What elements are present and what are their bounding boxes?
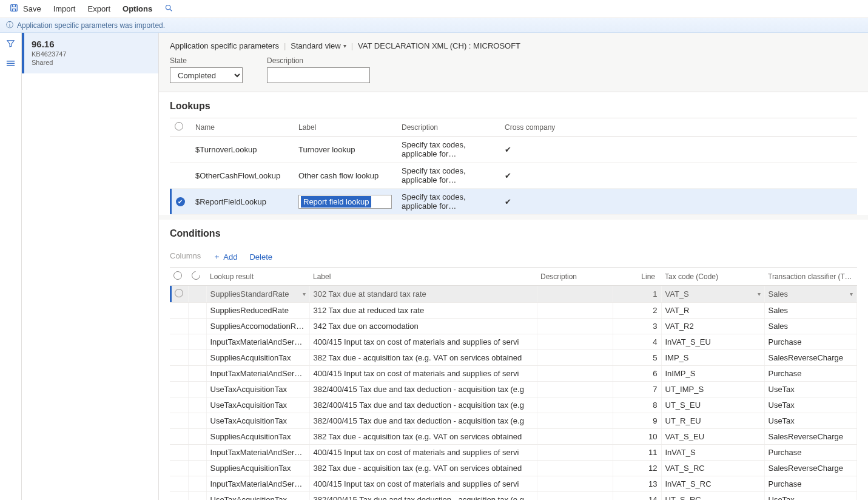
row-selector[interactable] [170, 303, 188, 319]
filter-icon[interactable] [6, 39, 15, 50]
export-button[interactable]: Export [81, 0, 116, 18]
cell-result[interactable]: SuppliesAccomodationRate [206, 319, 309, 334]
cell-label[interactable]: Other cash flow lookup [294, 163, 397, 189]
cell-label[interactable]: Turnover lookup [294, 137, 397, 163]
cell-txclass[interactable]: Purchase [764, 445, 857, 461]
cell-taxcode[interactable]: VAT_R [661, 303, 764, 319]
table-row[interactable]: UseTaxAcquisitionTax382/400/415 Tax due … [170, 397, 857, 413]
col-line[interactable]: Line [613, 268, 661, 286]
table-row[interactable]: $OtherCashFlowLookupOther cash flow look… [170, 163, 857, 189]
cell-txclass[interactable]: Sales [764, 319, 857, 334]
col-taxcode[interactable]: Tax code (Code) [661, 268, 764, 286]
list-icon[interactable] [6, 59, 15, 69]
table-row[interactable]: UseTaxAcquisitionTax382/400/415 Tax due … [170, 382, 857, 397]
row-selector[interactable] [170, 366, 188, 382]
cell-result[interactable]: UseTaxAcquisitionTax [206, 413, 309, 429]
col-txclass[interactable]: Transaction classifier (TransactionCla… [764, 268, 857, 286]
cell-txclass[interactable]: SalesReverseCharge [764, 350, 857, 366]
col-label[interactable]: Label [294, 118, 397, 137]
cell-taxcode[interactable]: IMP_S [661, 350, 764, 366]
table-row[interactable]: InputTaxMaterialAndServices400/415 Input… [170, 476, 857, 492]
cell-result[interactable]: InputTaxMaterialAndServices [206, 366, 309, 382]
row-selector[interactable] [170, 163, 190, 189]
col-desc[interactable]: Description [397, 118, 500, 137]
table-row[interactable]: SuppliesAcquisitionTax382 Tax due - acqu… [170, 350, 857, 366]
cell-txclass[interactable]: UseTax [764, 492, 857, 501]
cell-taxcode[interactable]: InVAT_S_RC [661, 476, 764, 492]
view-selector[interactable]: Standard view ▾ [291, 41, 346, 50]
table-row[interactable]: SuppliesAccomodationRate342 Tax due on a… [170, 319, 857, 334]
cell-result[interactable]: UseTaxAcquisitionTax [206, 492, 309, 501]
cell-txclass[interactable]: UseTax [764, 397, 857, 413]
table-row[interactable]: SuppliesStandardRate▾302 Tax due at stan… [170, 286, 857, 303]
row-selector[interactable] [170, 382, 188, 397]
col-name[interactable]: Name [190, 118, 294, 137]
row-selector[interactable] [170, 319, 188, 334]
row-selector[interactable] [170, 492, 188, 501]
table-row[interactable]: ✔$ReportFieldLookupReport field lookupSp… [170, 189, 857, 215]
table-row[interactable]: SuppliesAcquisitionTax382 Tax due - acqu… [170, 429, 857, 445]
table-row[interactable]: SuppliesReducedRate312 Tax due at reduce… [170, 303, 857, 319]
row-selector[interactable] [170, 334, 188, 350]
row-selector[interactable] [170, 286, 188, 303]
cell-taxcode[interactable]: UT_S_RC [661, 492, 764, 501]
cell-taxcode[interactable]: VAT_S▾ [661, 286, 764, 303]
select-all-header[interactable] [170, 268, 188, 286]
import-button[interactable]: Import [47, 0, 82, 18]
row-selector[interactable] [170, 429, 188, 445]
cell-result[interactable]: InputTaxMaterialAndServices [206, 476, 309, 492]
cell-txclass[interactable]: Sales [764, 303, 857, 319]
refresh-header[interactable] [188, 268, 206, 286]
cell-result[interactable]: UseTaxAcquisitionTax [206, 397, 309, 413]
row-selector[interactable] [170, 397, 188, 413]
cell-taxcode[interactable]: VAT_S_RC [661, 461, 764, 476]
cell-txclass[interactable]: Purchase [764, 366, 857, 382]
select-all-header[interactable] [170, 118, 190, 137]
cell-taxcode[interactable]: InVAT_S [661, 445, 764, 461]
cell-txclass[interactable]: Purchase [764, 476, 857, 492]
cell-taxcode[interactable]: VAT_S_EU [661, 429, 764, 445]
add-button[interactable]: ＋ Add [213, 251, 237, 262]
description-input[interactable] [267, 67, 370, 83]
row-selector[interactable] [170, 413, 188, 429]
table-row[interactable]: $TurnoverLookupTurnover lookupSpecify ta… [170, 137, 857, 163]
cell-result[interactable]: UseTaxAcquisitionTax [206, 382, 309, 397]
col-desc[interactable]: Description [537, 268, 613, 286]
col-label[interactable]: Label [309, 268, 537, 286]
table-row[interactable]: InputTaxMaterialAndServices400/415 Input… [170, 334, 857, 350]
cell-result[interactable]: InputTaxMaterialAndServices [206, 334, 309, 350]
save-button[interactable]: Save [4, 0, 47, 18]
row-selector[interactable]: ✔ [170, 189, 190, 215]
cell-txclass[interactable]: Sales▾ [764, 286, 857, 303]
cell-txclass[interactable]: Purchase [764, 334, 857, 350]
row-selector[interactable] [170, 137, 190, 163]
cell-result[interactable]: SuppliesReducedRate [206, 303, 309, 319]
cell-txclass[interactable]: UseTax [764, 413, 857, 429]
cell-result[interactable]: SuppliesAcquisitionTax [206, 429, 309, 445]
table-row[interactable]: UseTaxAcquisitionTax382/400/415 Tax due … [170, 492, 857, 501]
cell-taxcode[interactable]: UT_S_EU [661, 397, 764, 413]
cell-taxcode[interactable]: VAT_R2 [661, 319, 764, 334]
table-row[interactable]: UseTaxAcquisitionTax382/400/415 Tax due … [170, 413, 857, 429]
row-selector[interactable] [170, 476, 188, 492]
row-selector[interactable] [170, 445, 188, 461]
cell-taxcode[interactable]: UT_R_EU [661, 413, 764, 429]
row-selector[interactable] [170, 461, 188, 476]
version-item[interactable]: 96.16 KB4623747 Shared [22, 33, 158, 73]
delete-button[interactable]: Delete [249, 251, 272, 262]
search-button[interactable] [158, 0, 181, 18]
cell-txclass[interactable]: UseTax [764, 382, 857, 397]
cell-txclass[interactable]: SalesReverseCharge [764, 429, 857, 445]
cell-result[interactable]: SuppliesStandardRate▾ [206, 286, 309, 303]
cell-result[interactable]: InputTaxMaterialAndServices [206, 445, 309, 461]
options-button[interactable]: Options [116, 0, 158, 18]
cell-taxcode[interactable]: InIMP_S [661, 366, 764, 382]
cell-taxcode[interactable]: UT_IMP_S [661, 382, 764, 397]
cell-label[interactable]: Report field lookup [294, 189, 397, 215]
table-row[interactable]: SuppliesAcquisitionTax382 Tax due - acqu… [170, 461, 857, 476]
state-select[interactable]: Completed [170, 67, 243, 83]
cell-txclass[interactable]: SalesReverseCharge [764, 461, 857, 476]
col-cross[interactable]: Cross company [500, 118, 857, 137]
cell-result[interactable]: SuppliesAcquisitionTax [206, 350, 309, 366]
table-row[interactable]: InputTaxMaterialAndServices400/415 Input… [170, 366, 857, 382]
